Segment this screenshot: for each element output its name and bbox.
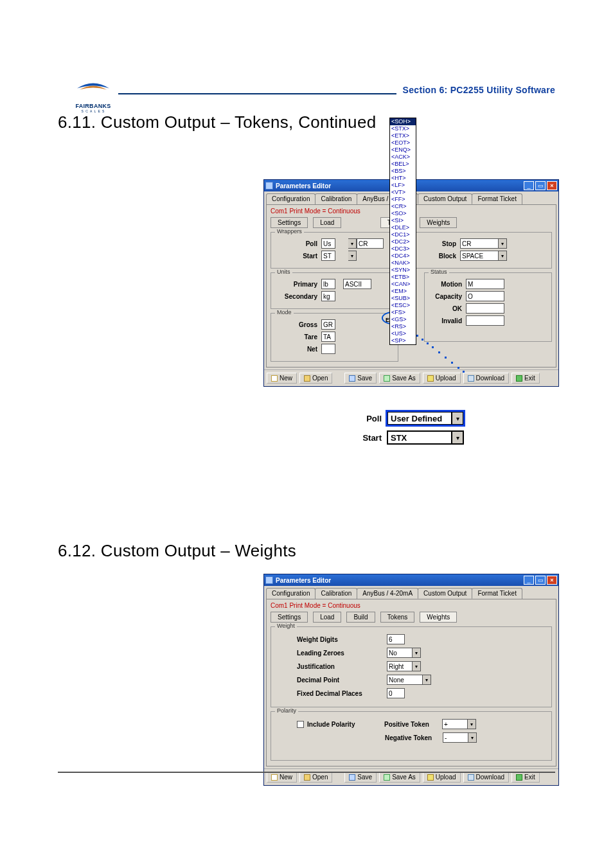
subtab-load[interactable]: Load [313,612,341,623]
new-button[interactable]: New [267,373,297,384]
token-option[interactable]: <SO> [390,210,416,217]
justification-select[interactable]: Right [387,661,413,671]
fixed-dec-input[interactable]: 0 [387,688,405,698]
chevron-down-icon[interactable]: ▾ [423,675,431,685]
tab-calibration[interactable]: Calibration [315,193,357,204]
chevron-down-icon[interactable]: ▾ [452,411,464,425]
tab-format-ticket[interactable]: Format Ticket [472,193,522,204]
chevron-down-icon[interactable]: ▾ [413,648,421,658]
maximize-button[interactable]: ▭ [535,576,546,585]
token-option[interactable]: <LF> [390,182,416,189]
close-button[interactable]: × [547,181,557,190]
saveas-button[interactable]: Save As [379,772,420,783]
exit-button[interactable]: Exit [511,772,540,783]
ascii-select[interactable]: ASCII [343,279,371,289]
chevron-down-icon[interactable]: ▾ [468,732,477,743]
token-option[interactable]: <SUB> [390,295,416,302]
chevron-down-icon[interactable]: ▾ [413,661,421,671]
tab-custom-output[interactable]: Custom Output [418,588,472,599]
net-select[interactable] [321,344,335,354]
save-button[interactable]: Save [344,772,377,783]
ok-select[interactable] [466,303,504,314]
tare-select[interactable]: TA [321,332,335,342]
token-option[interactable]: <FF> [390,196,416,203]
token-dropdown-list[interactable]: <SOH> <STX> <ETX> <EOT> <ENQ> <ACK> <BEL… [389,118,416,345]
chevron-down-icon[interactable]: ▾ [348,251,357,261]
token-option[interactable]: <DC1> [390,231,416,238]
capacity-select[interactable]: O [466,291,504,301]
positive-token-select[interactable]: + [442,719,468,729]
token-option[interactable]: <ETX> [390,132,416,139]
minimize-button[interactable]: _ [524,576,534,585]
token-option[interactable]: <EM> [390,288,416,295]
weight-digits-input[interactable]: 6 [387,634,405,644]
titlebar[interactable]: Parameters Editor _ ▭ × [264,574,558,586]
chevron-down-icon[interactable]: ▾ [499,238,507,249]
token-option[interactable]: <FS> [390,309,416,316]
upload-button[interactable]: Upload [423,772,461,783]
upload-button[interactable]: Upload [423,373,461,384]
token-option[interactable]: <SI> [390,217,416,224]
subtab-tokens[interactable]: Tokens [380,612,415,623]
token-option[interactable]: <CAN> [390,281,416,288]
poll-cr-select[interactable]: CR [357,238,384,249]
token-option[interactable]: <ACK> [390,154,416,161]
tab-custom-output[interactable]: Custom Output [418,193,472,204]
token-option[interactable]: <SYN> [390,267,416,274]
open-button[interactable]: Open [299,373,332,384]
start-select[interactable]: ST [321,251,335,261]
include-polarity-checkbox[interactable] [297,721,304,728]
tab-configuration[interactable]: Configuration [266,193,315,204]
subtab-settings[interactable]: Settings [271,217,308,228]
token-option[interactable]: <GS> [390,316,416,323]
download-button[interactable]: Download [463,373,509,384]
token-option[interactable]: <HT> [390,175,416,182]
token-option[interactable]: <US> [390,330,416,337]
download-button[interactable]: Download [463,772,509,783]
subtab-settings[interactable]: Settings [271,612,308,623]
tab-format-ticket[interactable]: Format Ticket [472,588,522,599]
poll-select[interactable]: Us [321,238,335,249]
maximize-button[interactable]: ▭ [535,181,546,190]
tab-anybus[interactable]: AnyBus / 4-20mA [357,588,418,599]
gross-select[interactable]: GR [321,319,335,330]
token-option[interactable]: <DC2> [390,238,416,245]
token-option[interactable]: <RS> [390,323,416,330]
token-option[interactable]: <DC3> [390,245,416,252]
token-option[interactable]: <STX> [390,125,416,132]
close-button[interactable]: × [547,576,557,585]
saveas-button[interactable]: Save As [379,373,420,384]
secondary-select[interactable]: kg [321,291,335,301]
subtab-build[interactable]: Build [346,612,375,623]
chevron-down-icon[interactable]: ▾ [468,719,476,729]
token-option[interactable]: <DC4> [390,252,416,260]
token-option[interactable]: <ETB> [390,274,416,281]
leading-zeroes-select[interactable]: No [387,648,413,658]
token-option[interactable]: <NAK> [390,260,416,267]
chevron-down-icon[interactable]: ▾ [452,430,464,445]
chevron-down-icon[interactable]: ▾ [348,238,357,249]
callout-poll-value[interactable]: User Defined [387,411,452,425]
tab-configuration[interactable]: Configuration [266,588,315,599]
token-option[interactable]: <VT> [390,189,416,196]
decimal-point-select[interactable]: None [387,675,423,685]
open-button[interactable]: Open [299,772,332,783]
token-option[interactable]: <SP> [390,337,416,344]
negative-token-select[interactable]: - [443,732,468,743]
tab-calibration[interactable]: Calibration [315,588,357,599]
block-select[interactable]: SPACE [460,251,499,261]
subtab-weights[interactable]: Weights [420,217,457,228]
token-option[interactable]: <ESC> [390,302,416,309]
subtab-load[interactable]: Load [313,217,341,228]
token-option[interactable]: <BS> [390,168,416,175]
motion-select[interactable]: M [466,279,504,289]
token-option[interactable]: <DLE> [390,224,416,231]
callout-start-value[interactable]: STX [387,430,452,445]
exit-button[interactable]: Exit [511,373,540,384]
primary-select[interactable]: lb [321,279,335,289]
token-option[interactable]: <CR> [390,203,416,210]
token-option[interactable]: <SOH> [390,118,416,125]
token-option[interactable]: <ENQ> [390,146,416,154]
token-option[interactable]: <BEL> [390,161,416,168]
minimize-button[interactable]: _ [524,181,534,190]
